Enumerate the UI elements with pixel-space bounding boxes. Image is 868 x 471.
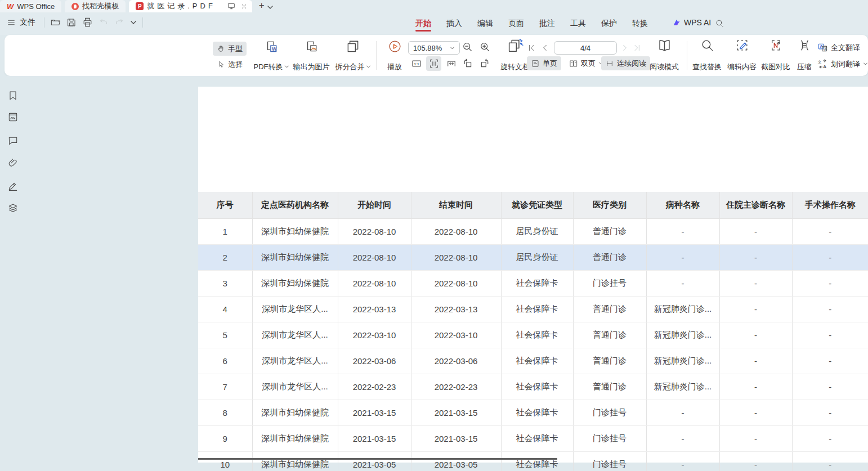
open-file-icon[interactable] <box>50 17 61 28</box>
menu-item-1[interactable]: 插入 <box>446 14 462 34</box>
split-merge-icon <box>346 39 360 54</box>
thumbnail-icon[interactable] <box>7 111 19 123</box>
table-cell: - <box>646 219 719 245</box>
rotate-left-button[interactable] <box>462 57 473 71</box>
actual-size-button[interactable]: 1:1 <box>410 57 423 70</box>
table-cell: 2021-03-05 <box>338 452 411 471</box>
menu-item-7[interactable]: 转换 <box>632 14 648 34</box>
bookmark-icon[interactable] <box>7 90 19 101</box>
continuous-reading-button[interactable]: 连续阅读 <box>601 56 650 70</box>
menu-item-2[interactable]: 编辑 <box>477 14 493 34</box>
rotate-right-button[interactable] <box>479 57 491 71</box>
table-cell: 深圳市龙华区人... <box>252 374 338 400</box>
table-cell: 普通门诊 <box>573 297 646 322</box>
menu-item-4[interactable]: 批注 <box>539 14 555 34</box>
fit-width-button[interactable] <box>445 57 458 70</box>
table-cell: - <box>719 245 792 271</box>
table-cell: - <box>719 219 792 245</box>
single-page-button[interactable]: 单页 <box>527 56 561 70</box>
table-cell: 1 <box>198 219 252 245</box>
double-page-label: 双页 <box>581 59 596 69</box>
separator <box>142 17 143 28</box>
select-tool-button[interactable]: 选择 <box>213 57 247 71</box>
tab-list-chevron-icon[interactable] <box>267 1 274 14</box>
quick-access-chevron-icon[interactable] <box>130 19 137 26</box>
table-cell: 新冠肺炎门诊... <box>646 374 719 400</box>
page-number-input[interactable]: 4/4 <box>554 41 617 55</box>
table-cell: 普通门诊 <box>573 219 646 245</box>
table-cell: 2021-03-15 <box>338 426 411 452</box>
undo-icon[interactable] <box>99 17 109 28</box>
menu-item-0[interactable]: 开始 <box>415 14 431 34</box>
table-cell: 2022-08-10 <box>411 245 501 271</box>
hand-tool-button[interactable]: 手型 <box>213 42 247 56</box>
tab-document-pdf[interactable]: P 就医记录.PDF <box>129 0 252 12</box>
menu-item-5[interactable]: 工具 <box>570 14 586 34</box>
hand-tool-label: 手型 <box>228 44 243 54</box>
svg-text:A: A <box>823 64 826 69</box>
fulltext-translate-button[interactable]: A字 全文翻译 <box>817 41 860 55</box>
search-icon[interactable] <box>715 19 724 28</box>
word-translate-label: 划词翻译 <box>831 59 860 69</box>
close-tab-icon[interactable] <box>240 3 248 10</box>
edit-content-button[interactable]: 编辑内容 <box>724 38 760 71</box>
word-translate-button[interactable]: 文A 划词翻译 <box>817 57 868 71</box>
split-merge-button[interactable]: 拆分合并 <box>331 39 375 71</box>
export-image-button[interactable]: 输出为图片 <box>289 39 334 71</box>
table-cell: 2022-08-10 <box>411 219 501 245</box>
table-cell: - <box>792 400 868 426</box>
table-cell: 2022-02-23 <box>411 374 501 400</box>
pdf-convert-button[interactable]: W PDF转换 <box>250 39 292 71</box>
single-page-icon <box>531 59 540 68</box>
tab-docer-templates[interactable]: 找稻壳模板 <box>65 0 126 12</box>
zoom-out-button[interactable] <box>462 41 473 55</box>
last-page-icon <box>633 43 642 52</box>
file-menu-button[interactable]: 文件 <box>7 17 35 28</box>
pdf-file-icon: P <box>136 2 144 10</box>
column-header: 结束时间 <box>411 192 501 219</box>
menu-item-6[interactable]: 保护 <box>601 14 617 34</box>
zoom-out-icon <box>462 41 473 53</box>
column-header: 病种名称 <box>646 192 719 219</box>
play-button[interactable]: 播放 <box>382 39 408 71</box>
fit-width-icon <box>446 58 457 69</box>
layers-icon[interactable] <box>7 203 19 214</box>
read-mode-button[interactable]: 阅读模式 <box>646 38 682 71</box>
print-icon[interactable] <box>82 17 93 28</box>
wps-ai-button[interactable]: WPS AI <box>672 18 711 27</box>
table-cell: - <box>792 452 868 471</box>
table-cell: - <box>646 400 719 426</box>
zoom-in-button[interactable] <box>479 41 491 55</box>
tab-wps-office[interactable]: W WPS Office <box>0 0 61 12</box>
attachment-icon[interactable] <box>7 158 19 169</box>
zoom-in-icon <box>479 41 491 53</box>
table-cell: 2022-03-13 <box>338 297 411 322</box>
fit-page-button[interactable] <box>426 56 441 71</box>
pdf-page[interactable]: 序号定点医药机构名称开始时间结束时间就诊凭证类型医疗类别病种名称住院主诊断名称手… <box>198 87 868 463</box>
compress-button[interactable]: 压缩 <box>791 38 817 71</box>
separate-window-icon[interactable] <box>227 2 236 11</box>
table-row: 7深圳市龙华区人...2022-02-232022-02-23社会保障卡普通门诊… <box>198 374 868 400</box>
hamburger-icon <box>7 18 16 27</box>
find-replace-button[interactable]: 查找替换 <box>688 38 726 71</box>
table-cell: - <box>792 245 868 271</box>
next-page-button[interactable] <box>620 43 629 55</box>
document-workspace: 序号定点医药机构名称开始时间结束时间就诊凭证类型医疗类别病种名称住院主诊断名称手… <box>0 76 868 471</box>
chevron-down-icon <box>863 62 868 66</box>
comment-icon[interactable] <box>7 135 19 146</box>
screenshot-compare-button[interactable]: 截图对比 <box>758 38 794 71</box>
last-page-button[interactable] <box>633 43 642 55</box>
previous-page-button[interactable] <box>540 43 549 55</box>
table-row: 2深圳市妇幼保健院2022-08-102022-08-10居民身份证普通门诊--… <box>198 245 868 271</box>
table-row: 8深圳市妇幼保健院2021-03-152021-03-15社会保障卡门诊挂号--… <box>198 400 868 426</box>
tab-label: WPS Office <box>17 2 55 11</box>
save-icon[interactable] <box>66 17 77 28</box>
first-page-button[interactable] <box>527 43 536 55</box>
new-tab-button[interactable]: + <box>259 0 265 12</box>
menu-item-3[interactable]: 页面 <box>508 14 524 34</box>
redo-icon[interactable] <box>114 17 124 28</box>
table-cell: 2022-02-23 <box>338 374 411 400</box>
zoom-level-select[interactable]: 105.88% <box>408 41 460 55</box>
table-cell: 4 <box>198 297 252 322</box>
annotate-pen-icon[interactable] <box>7 180 19 191</box>
